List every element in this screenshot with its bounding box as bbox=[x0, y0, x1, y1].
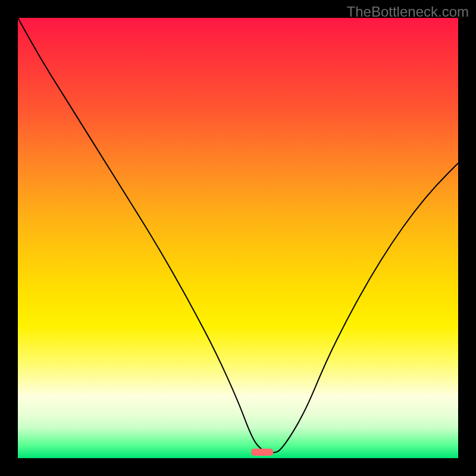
chart-container: TheBottleneck.com bbox=[0, 0, 476, 476]
plot-area bbox=[18, 18, 458, 458]
minimum-marker bbox=[251, 449, 273, 456]
bottleneck-curve-path bbox=[18, 18, 458, 453]
curve-svg bbox=[18, 18, 458, 458]
